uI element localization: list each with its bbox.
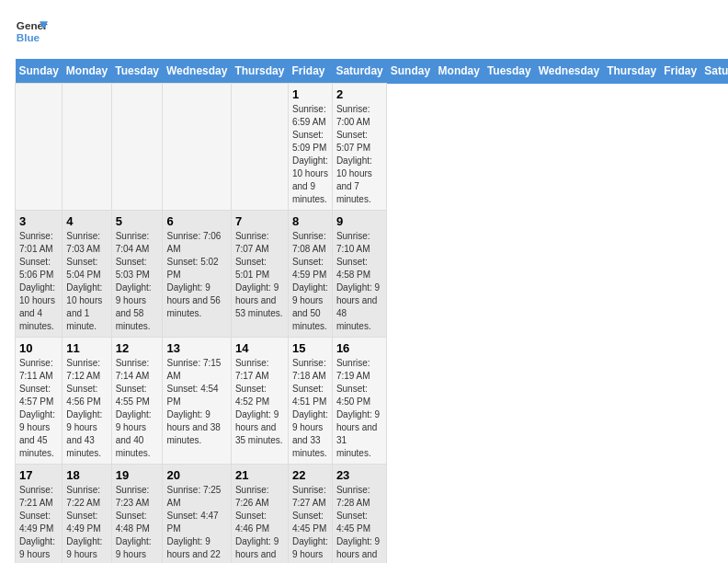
header-friday: Friday <box>288 59 332 84</box>
calendar-cell: 7Sunrise: 7:07 AM Sunset: 5:01 PM Daylig… <box>231 211 288 338</box>
header-sunday: Sunday <box>387 59 435 84</box>
calendar-cell: 21Sunrise: 7:26 AM Sunset: 4:46 PM Dayli… <box>231 465 288 564</box>
calendar-cell <box>163 84 231 211</box>
day-number: 10 <box>19 341 58 355</box>
day-number: 21 <box>235 468 284 482</box>
calendar-week-row: 17Sunrise: 7:21 AM Sunset: 4:49 PM Dayli… <box>16 465 729 564</box>
calendar-cell: 1Sunrise: 6:59 AM Sunset: 5:09 PM Daylig… <box>288 84 332 211</box>
calendar-week-row: 3Sunrise: 7:01 AM Sunset: 5:06 PM Daylig… <box>16 211 729 338</box>
calendar-cell: 22Sunrise: 7:27 AM Sunset: 4:45 PM Dayli… <box>288 465 332 564</box>
calendar-cell: 18Sunrise: 7:22 AM Sunset: 4:49 PM Dayli… <box>63 465 111 564</box>
day-info: Sunrise: 7:06 AM Sunset: 5:02 PM Dayligh… <box>166 230 226 320</box>
day-info: Sunrise: 7:10 AM Sunset: 4:58 PM Dayligh… <box>336 230 382 333</box>
logo-icon: General Blue <box>15 15 48 48</box>
header-wednesday: Wednesday <box>163 59 231 84</box>
calendar-week-row: 1Sunrise: 6:59 AM Sunset: 5:09 PM Daylig… <box>16 84 729 211</box>
day-info: Sunrise: 7:28 AM Sunset: 4:45 PM Dayligh… <box>336 484 382 563</box>
day-number: 12 <box>116 341 159 355</box>
day-info: Sunrise: 7:03 AM Sunset: 5:04 PM Dayligh… <box>66 230 107 333</box>
day-number: 3 <box>19 214 58 228</box>
header-saturday: Saturday <box>700 59 728 84</box>
logo: General Blue <box>15 15 48 48</box>
day-number: 2 <box>336 87 382 101</box>
day-number: 8 <box>292 214 328 228</box>
day-info: Sunrise: 7:18 AM Sunset: 4:51 PM Dayligh… <box>292 357 328 460</box>
header-sunday: Sunday <box>16 59 63 84</box>
header-tuesday: Tuesday <box>483 59 535 84</box>
day-info: Sunrise: 7:04 AM Sunset: 5:03 PM Dayligh… <box>116 230 159 333</box>
day-number: 15 <box>292 341 328 355</box>
header-friday: Friday <box>660 59 700 84</box>
day-info: Sunrise: 7:21 AM Sunset: 4:49 PM Dayligh… <box>19 484 58 563</box>
day-number: 1 <box>292 87 328 101</box>
header-monday: Monday <box>63 59 111 84</box>
calendar-cell <box>111 84 163 211</box>
day-info: Sunrise: 7:23 AM Sunset: 4:48 PM Dayligh… <box>116 484 159 563</box>
calendar-cell: 2Sunrise: 7:00 AM Sunset: 5:07 PM Daylig… <box>332 84 386 211</box>
calendar-table: SundayMondayTuesdayWednesdayThursdayFrid… <box>15 59 728 563</box>
calendar-cell: 16Sunrise: 7:19 AM Sunset: 4:50 PM Dayli… <box>332 338 386 465</box>
calendar-cell: 11Sunrise: 7:12 AM Sunset: 4:56 PM Dayli… <box>63 338 111 465</box>
day-info: Sunrise: 7:22 AM Sunset: 4:49 PM Dayligh… <box>66 484 107 563</box>
day-number: 6 <box>166 214 226 228</box>
calendar-cell <box>231 84 288 211</box>
calendar-cell: 4Sunrise: 7:03 AM Sunset: 5:04 PM Daylig… <box>63 211 111 338</box>
day-info: Sunrise: 7:15 AM Sunset: 4:54 PM Dayligh… <box>166 357 226 447</box>
day-info: Sunrise: 7:07 AM Sunset: 5:01 PM Dayligh… <box>235 230 284 320</box>
calendar-cell: 6Sunrise: 7:06 AM Sunset: 5:02 PM Daylig… <box>163 211 231 338</box>
day-info: Sunrise: 7:25 AM Sunset: 4:47 PM Dayligh… <box>166 484 226 563</box>
calendar-cell: 10Sunrise: 7:11 AM Sunset: 4:57 PM Dayli… <box>16 338 63 465</box>
calendar-cell <box>16 84 63 211</box>
day-info: Sunrise: 7:27 AM Sunset: 4:45 PM Dayligh… <box>292 484 328 563</box>
day-number: 7 <box>235 214 284 228</box>
header-tuesday: Tuesday <box>111 59 163 84</box>
header-wednesday: Wednesday <box>535 59 603 84</box>
day-number: 14 <box>235 341 284 355</box>
header-thursday: Thursday <box>603 59 660 84</box>
day-info: Sunrise: 7:12 AM Sunset: 4:56 PM Dayligh… <box>66 357 107 460</box>
calendar-cell: 14Sunrise: 7:17 AM Sunset: 4:52 PM Dayli… <box>231 338 288 465</box>
day-info: Sunrise: 7:01 AM Sunset: 5:06 PM Dayligh… <box>19 230 58 333</box>
day-number: 9 <box>336 214 382 228</box>
day-info: Sunrise: 7:08 AM Sunset: 4:59 PM Dayligh… <box>292 230 328 333</box>
calendar-cell: 12Sunrise: 7:14 AM Sunset: 4:55 PM Dayli… <box>111 338 163 465</box>
calendar-cell: 9Sunrise: 7:10 AM Sunset: 4:58 PM Daylig… <box>332 211 386 338</box>
day-info: Sunrise: 6:59 AM Sunset: 5:09 PM Dayligh… <box>292 103 328 206</box>
header-saturday: Saturday <box>332 59 386 84</box>
calendar-week-row: 10Sunrise: 7:11 AM Sunset: 4:57 PM Dayli… <box>16 338 729 465</box>
calendar-cell: 19Sunrise: 7:23 AM Sunset: 4:48 PM Dayli… <box>111 465 163 564</box>
header-monday: Monday <box>435 59 483 84</box>
day-number: 4 <box>66 214 107 228</box>
day-number: 23 <box>336 468 382 482</box>
calendar-cell: 8Sunrise: 7:08 AM Sunset: 4:59 PM Daylig… <box>288 211 332 338</box>
day-info: Sunrise: 7:14 AM Sunset: 4:55 PM Dayligh… <box>116 357 159 460</box>
calendar-cell: 15Sunrise: 7:18 AM Sunset: 4:51 PM Dayli… <box>288 338 332 465</box>
calendar-cell <box>63 84 111 211</box>
calendar-cell: 5Sunrise: 7:04 AM Sunset: 5:03 PM Daylig… <box>111 211 163 338</box>
calendar-cell: 17Sunrise: 7:21 AM Sunset: 4:49 PM Dayli… <box>16 465 63 564</box>
calendar-cell: 3Sunrise: 7:01 AM Sunset: 5:06 PM Daylig… <box>16 211 63 338</box>
svg-text:Blue: Blue <box>17 31 40 43</box>
day-info: Sunrise: 7:17 AM Sunset: 4:52 PM Dayligh… <box>235 357 284 447</box>
calendar-cell: 20Sunrise: 7:25 AM Sunset: 4:47 PM Dayli… <box>163 465 231 564</box>
day-number: 19 <box>116 468 159 482</box>
day-info: Sunrise: 7:11 AM Sunset: 4:57 PM Dayligh… <box>19 357 58 460</box>
calendar-cell: 23Sunrise: 7:28 AM Sunset: 4:45 PM Dayli… <box>332 465 386 564</box>
day-info: Sunrise: 7:00 AM Sunset: 5:07 PM Dayligh… <box>336 103 382 206</box>
day-number: 22 <box>292 468 328 482</box>
day-number: 11 <box>66 341 107 355</box>
calendar-cell: 13Sunrise: 7:15 AM Sunset: 4:54 PM Dayli… <box>163 338 231 465</box>
day-number: 18 <box>66 468 107 482</box>
day-number: 20 <box>166 468 226 482</box>
day-info: Sunrise: 7:19 AM Sunset: 4:50 PM Dayligh… <box>336 357 382 460</box>
day-number: 17 <box>19 468 58 482</box>
day-number: 5 <box>116 214 159 228</box>
calendar-header-row: SundayMondayTuesdayWednesdayThursdayFrid… <box>16 59 729 84</box>
day-number: 16 <box>336 341 382 355</box>
day-info: Sunrise: 7:26 AM Sunset: 4:46 PM Dayligh… <box>235 484 284 563</box>
header-thursday: Thursday <box>231 59 288 84</box>
page-header: General Blue <box>15 15 713 48</box>
day-number: 13 <box>166 341 226 355</box>
